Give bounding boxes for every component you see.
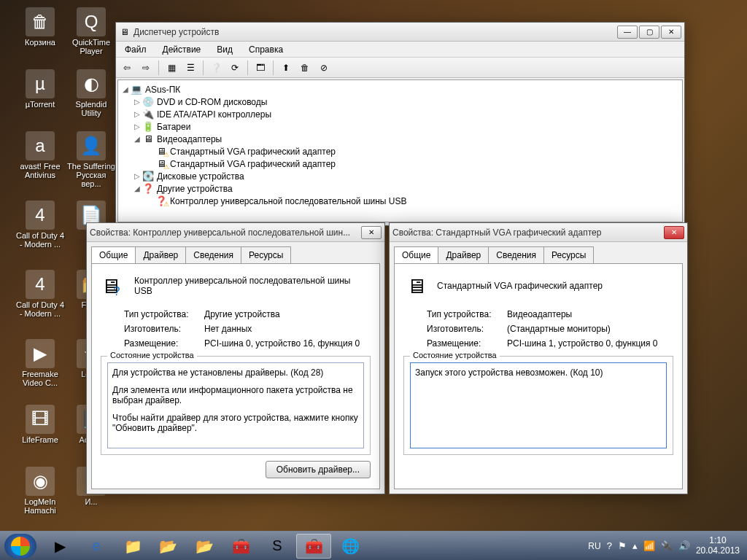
tree-item-label: Батареи <box>157 122 190 132</box>
refresh-button[interactable]: ⟳ <box>227 60 243 76</box>
close-button[interactable]: ✕ <box>661 26 681 39</box>
devmgr-titlebar[interactable]: 🖥 Диспетчер устройств — ▢ ✕ <box>116 23 684 42</box>
app-icon: 🗑 <box>26 7 55 36</box>
desktop-icon[interactable]: µµTorrent <box>15 69 66 109</box>
desktop-icon[interactable]: 🗑Корзина <box>15 7 66 47</box>
tree-item[interactable]: ▷💽Дисковые устройства <box>121 170 679 182</box>
taskbar-app[interactable]: 🧰 <box>223 534 258 559</box>
menu-item[interactable]: Действие <box>158 43 206 56</box>
tree-item[interactable]: ◢🖥Видеоадаптеры <box>121 133 679 145</box>
tab-Ресурсы[interactable]: Ресурсы <box>543 246 594 263</box>
forward-button[interactable]: ⇨ <box>138 60 154 76</box>
app-icon: a <box>26 131 55 160</box>
menu-item[interactable]: Файл <box>120 43 151 56</box>
tab-Драйвер[interactable]: Драйвер <box>135 246 186 263</box>
taskbar-app[interactable]: 📂 <box>187 534 222 559</box>
desktop-icon[interactable]: 4Call of Duty 4 - Modern ... <box>15 270 66 318</box>
taskbar-app[interactable]: 🌐 <box>333 534 368 559</box>
desktop-icon[interactable]: 🎞LifeFrame <box>15 405 66 444</box>
desktop-icon[interactable]: aavast! Free Antivirus <box>15 131 66 179</box>
clock-time: 1:10 <box>696 536 740 545</box>
taskbar-app[interactable]: 📂 <box>150 534 185 559</box>
tab-Драйвер[interactable]: Драйвер <box>438 246 489 263</box>
tree-item[interactable]: ❓Контроллер универсальной последовательн… <box>121 195 679 207</box>
vga-status-text[interactable]: Запуск этого устройства невозможен. (Код… <box>410 362 667 448</box>
explorer-pin[interactable]: 📁 <box>115 534 150 559</box>
usb-device-name: Контроллер универсальной последовательно… <box>134 276 371 296</box>
usb-titlebar[interactable]: Свойства: Контроллер универсальной после… <box>87 223 384 242</box>
app-icon: ◐ <box>77 69 106 98</box>
disable-button[interactable]: ⊘ <box>316 60 332 76</box>
update-driver-button[interactable]: Обновить драйвер... <box>266 461 371 478</box>
app-icon: ▶ <box>26 339 55 368</box>
tree-item-label: Стандартный VGA графический адаптер <box>170 147 336 157</box>
close-button[interactable]: ✕ <box>361 226 382 239</box>
language-indicator[interactable]: RU <box>588 541 600 551</box>
taskbar-app[interactable]: S <box>260 534 295 559</box>
mfr-value: (Стандартные мониторы) <box>507 324 611 334</box>
device-icon: 🖥 <box>155 158 168 169</box>
update-driver-button[interactable]: ⬆ <box>278 60 294 76</box>
vga-titlebar[interactable]: Свойства: Стандартный VGA графический ад… <box>390 223 687 242</box>
clock[interactable]: 1:10 20.04.2013 <box>696 536 740 555</box>
status-group-label: Состояние устройства <box>107 351 197 359</box>
media-player-pin[interactable]: ▶ <box>42 534 77 559</box>
device-icon: 🔋 <box>142 121 155 132</box>
help-button[interactable]: ❔ <box>208 60 224 76</box>
tree-item[interactable]: 🖥Стандартный VGA графический адаптер <box>121 145 679 158</box>
help-tray-icon[interactable]: ? <box>607 540 612 551</box>
tree-item[interactable]: ▷💿DVD и CD-ROM дисководы <box>121 96 679 108</box>
network-tray-icon[interactable]: 📶 <box>643 540 655 551</box>
tab-Общие[interactable]: Общие <box>394 246 438 263</box>
scan-button[interactable]: 🗔 <box>252 60 268 76</box>
tab-Общие[interactable]: Общие <box>91 246 136 263</box>
tree-item[interactable]: ▷🔌IDE ATA/ATAPI контроллеры <box>121 108 679 120</box>
start-button[interactable] <box>4 534 36 559</box>
close-button[interactable]: ✕ <box>664 226 684 239</box>
minimize-button[interactable]: — <box>617 26 638 39</box>
icon-label: avast! Free Antivirus <box>15 162 66 179</box>
uninstall-button[interactable]: 🗑 <box>297 60 313 76</box>
app-icon: 🎞 <box>26 405 55 434</box>
tree-item-label: Другие устройства <box>157 184 233 194</box>
ie-pin[interactable]: e <box>79 534 114 559</box>
volume-tray-icon[interactable]: 🔊 <box>678 540 690 551</box>
maximize-button[interactable]: ▢ <box>639 26 659 39</box>
up-tray-icon[interactable]: ▴ <box>632 540 638 551</box>
tree-item[interactable]: ▷🔋Батареи <box>121 120 679 133</box>
list-button[interactable]: ☰ <box>182 60 198 76</box>
type-label: Тип устройства: <box>124 309 204 319</box>
tab-Сведения[interactable]: Сведения <box>185 246 241 263</box>
menu-item[interactable]: Справка <box>244 43 287 56</box>
loc-label: Размещение: <box>427 338 507 349</box>
icon-label: LogMeIn Hamachi <box>15 497 66 515</box>
desktop-icon[interactable]: 👤The Suffering Русская вер... <box>66 131 117 188</box>
windows-logo-icon <box>11 537 30 556</box>
type-value: Видеоадаптеры <box>507 309 572 319</box>
menu-item[interactable]: Вид <box>212 43 237 56</box>
type-label: Тип устройства: <box>427 309 507 319</box>
taskbar: ▶ e 📁 📂📂🧰S🧰🌐 RU ? ⚑ ▴ 📶 🔌 🔊 1:10 20.04.2… <box>0 531 747 560</box>
device-tree[interactable]: ◢💻 ASus-ПК ▷💿DVD и CD-ROM дисководы▷🔌IDE… <box>117 79 683 222</box>
app-icon: Q <box>77 7 106 36</box>
taskbar-app[interactable]: 🧰 <box>296 534 331 559</box>
tree-item[interactable]: ◢❓Другие устройства <box>121 182 679 195</box>
view-button[interactable]: ▦ <box>163 60 179 76</box>
tab-Ресурсы[interactable]: Ресурсы <box>241 246 291 263</box>
desktop-icon[interactable]: ◉LogMeIn Hamachi <box>15 467 66 515</box>
usb-status-text[interactable]: Для устройства не установлены драйверы. … <box>107 362 364 448</box>
tree-item-label: IDE ATA/ATAPI контроллеры <box>157 109 271 120</box>
desktop-icon[interactable]: ▶Freemake Video C... <box>15 339 66 387</box>
display-device-icon: 🖥 <box>403 273 430 299</box>
icon-label: Call of Duty 4 - Modern ... <box>15 300 66 318</box>
power-tray-icon[interactable]: 🔌 <box>661 540 673 551</box>
tab-Сведения[interactable]: Сведения <box>488 246 544 263</box>
desktop-icon[interactable]: 4Call of Duty 4 - Modern ... <box>15 201 66 249</box>
back-button[interactable]: ⇦ <box>119 60 135 76</box>
tree-root[interactable]: ◢💻 ASus-ПК <box>121 83 679 96</box>
app-icon: 4 <box>26 270 55 299</box>
flag-tray-icon[interactable]: ⚑ <box>618 540 627 551</box>
desktop-icon[interactable]: ◐Splendid Utility <box>66 69 117 117</box>
tree-item[interactable]: 🖥Стандартный VGA графический адаптер <box>121 158 679 170</box>
desktop-icon[interactable]: QQuickTime Player <box>66 7 117 55</box>
